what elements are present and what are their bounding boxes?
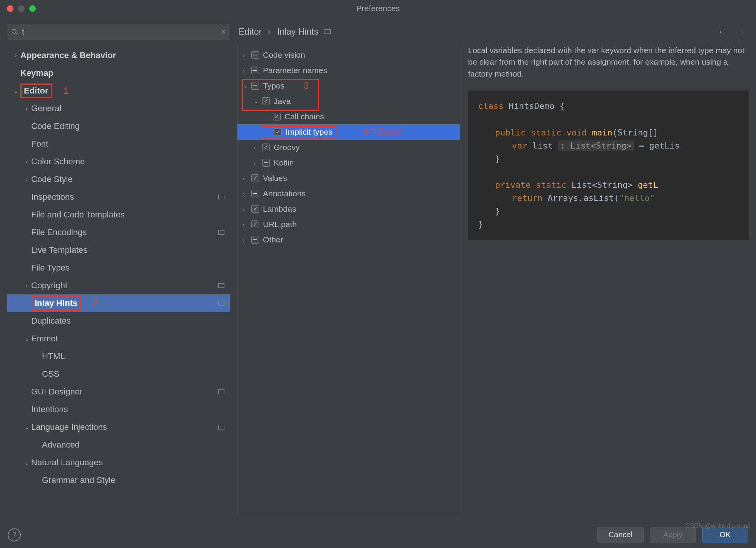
chevron-right-icon: › (22, 282, 31, 289)
sidebar-item-live-templates[interactable]: ›Live Templates (7, 241, 230, 259)
sidebar-item-inspections[interactable]: ›Inspections (7, 188, 230, 206)
hints-item-url-path[interactable]: ›✓URL path (238, 217, 460, 232)
chevron-right-icon: › (22, 158, 31, 165)
checkbox[interactable] (251, 190, 259, 197)
hints-item-implicit-types[interactable]: ›✓Implicit types4勾选over (238, 124, 460, 140)
sidebar-item-grammar-and-style[interactable]: ›Grammar and Style (7, 471, 230, 489)
sidebar-item-label: HTML (42, 351, 65, 361)
breadcrumb-root[interactable]: Editor (239, 27, 262, 37)
sidebar-item-file-and-code-templates[interactable]: ›File and Code Templates (7, 206, 230, 224)
hints-item-label: Types (263, 81, 284, 90)
hints-item-kotlin[interactable]: ›Kotlin (238, 155, 460, 170)
settings-tree[interactable]: ›Appearance & Behavior›Keymap⌄Editor1›Ge… (7, 44, 230, 514)
sidebar-item-advanced[interactable]: ›Advanced (7, 436, 230, 454)
sidebar-item-gui-designer[interactable]: ›GUI Designer (7, 383, 230, 401)
sidebar-item-duplicates[interactable]: ›Duplicates (7, 312, 230, 330)
checkbox[interactable]: ✓ (273, 113, 281, 120)
sidebar-item-editor[interactable]: ⌄Editor1 (7, 82, 230, 100)
description-text: Local variables declared with the var ke… (468, 45, 749, 80)
hints-item-groovy[interactable]: ›✓Groovy (238, 140, 460, 155)
sidebar-item-label: CSS (42, 369, 59, 379)
checkbox[interactable]: ✓ (262, 97, 270, 105)
hints-item-types[interactable]: ⌄Types3 (238, 78, 460, 94)
checkbox[interactable]: ✓ (251, 221, 259, 228)
checkbox[interactable]: ✓ (262, 144, 270, 151)
svg-point-0 (12, 29, 16, 33)
sidebar-item-keymap[interactable]: ›Keymap (7, 64, 230, 82)
back-button[interactable]: ← (718, 26, 728, 38)
sidebar-item-label: GUI Designer (31, 387, 82, 397)
hints-item-label: Call chains (284, 112, 324, 121)
sidebar-item-file-encodings[interactable]: ›File Encodings (7, 224, 230, 241)
sidebar-item-css[interactable]: ›CSS (7, 365, 230, 383)
sidebar-item-inlay-hints[interactable]: ›Inlay Hints2 (7, 294, 230, 312)
hints-item-lambdas[interactable]: ›✓Lambdas (238, 201, 460, 217)
chevron-right-icon: › (268, 27, 271, 37)
sidebar-item-html[interactable]: ›HTML (7, 348, 230, 365)
hints-tree[interactable]: ›Code vision›Parameter names⌄Types3⌄✓Jav… (237, 45, 460, 514)
chevron-right-icon: › (243, 175, 251, 182)
chevron-right-icon: › (243, 206, 251, 212)
sidebar-item-label: File Encodings (31, 227, 87, 237)
hints-item-java[interactable]: ⌄✓Java (238, 94, 460, 109)
clear-search-icon[interactable]: × (221, 27, 226, 37)
scope-marker-icon (218, 230, 224, 235)
sidebar-item-label: General (31, 104, 61, 114)
cancel-button[interactable]: Cancel (597, 527, 644, 543)
sidebar-item-label: Language Injections (31, 422, 107, 432)
chevron-down-icon: ⌄ (254, 98, 262, 105)
chevron-right-icon: › (11, 52, 20, 59)
sidebar-item-language-injections[interactable]: ⌄Language Injections (7, 418, 230, 436)
sidebar-item-label: Code Style (31, 174, 73, 184)
svg-line-1 (15, 33, 17, 35)
sidebar-item-intentions[interactable]: ›Intentions (7, 401, 230, 418)
sidebar-item-file-types[interactable]: ›File Types (7, 259, 230, 277)
hints-item-parameter-names[interactable]: ›Parameter names (238, 63, 460, 78)
chevron-right-icon: › (22, 176, 31, 183)
forward-button: → (735, 26, 745, 38)
hints-item-code-vision[interactable]: ›Code vision (238, 47, 460, 63)
annotation-3: 3 (304, 80, 309, 91)
checkbox[interactable] (251, 51, 259, 59)
help-button[interactable]: ? (8, 528, 21, 541)
search-icon (11, 28, 18, 35)
chevron-right-icon: › (22, 105, 31, 112)
hints-item-label: Groovy (274, 143, 300, 152)
hints-item-call-chains[interactable]: ›✓Call chains (238, 109, 460, 124)
sidebar-item-appearance-behavior[interactable]: ›Appearance & Behavior (7, 47, 230, 64)
search-input[interactable]: t × (7, 24, 230, 40)
checkbox[interactable] (251, 236, 259, 244)
sidebar-item-general[interactable]: ›General (7, 100, 230, 117)
checkbox[interactable] (251, 67, 259, 74)
chevron-right-icon: › (243, 221, 251, 228)
chevron-right-icon: › (243, 67, 251, 74)
sidebar-item-color-scheme[interactable]: ›Color Scheme (7, 153, 230, 170)
chevron-down-icon: ⌄ (22, 335, 31, 342)
chevron-down-icon: ⌄ (22, 459, 31, 466)
sidebar-item-copyright[interactable]: ›Copyright (7, 277, 230, 294)
sidebar-item-label: File and Code Templates (31, 210, 125, 220)
sidebar-item-label: Live Templates (31, 245, 87, 255)
scope-marker-icon (218, 195, 224, 199)
sidebar-item-font[interactable]: ›Font (7, 135, 230, 153)
checkbox[interactable]: ✓ (274, 128, 282, 136)
scope-marker-icon (218, 283, 224, 288)
sidebar-item-label: Keymap (20, 68, 54, 78)
chevron-right-icon: › (254, 144, 262, 151)
hints-item-label: Kotlin (274, 158, 294, 167)
hints-item-values[interactable]: ›✓Values (238, 170, 460, 186)
hints-item-label: Parameter names (263, 66, 327, 75)
checkbox[interactable]: ✓ (251, 205, 259, 213)
hints-item-annotations[interactable]: ›Annotations (238, 186, 460, 201)
sidebar-item-natural-languages[interactable]: ⌄Natural Languages (7, 454, 230, 471)
hints-item-label: Implicit types (286, 127, 332, 137)
checkbox[interactable] (251, 82, 259, 90)
hints-item-other[interactable]: ›Other (238, 232, 460, 247)
annotation-4: 4勾选over (363, 126, 401, 138)
sidebar-item-emmet[interactable]: ⌄Emmet (7, 330, 230, 348)
scope-marker-icon (324, 29, 331, 34)
sidebar-item-code-style[interactable]: ›Code Style (7, 170, 230, 188)
checkbox[interactable] (262, 159, 270, 167)
checkbox[interactable]: ✓ (251, 174, 259, 182)
sidebar-item-code-editing[interactable]: ›Code Editing (7, 117, 230, 135)
